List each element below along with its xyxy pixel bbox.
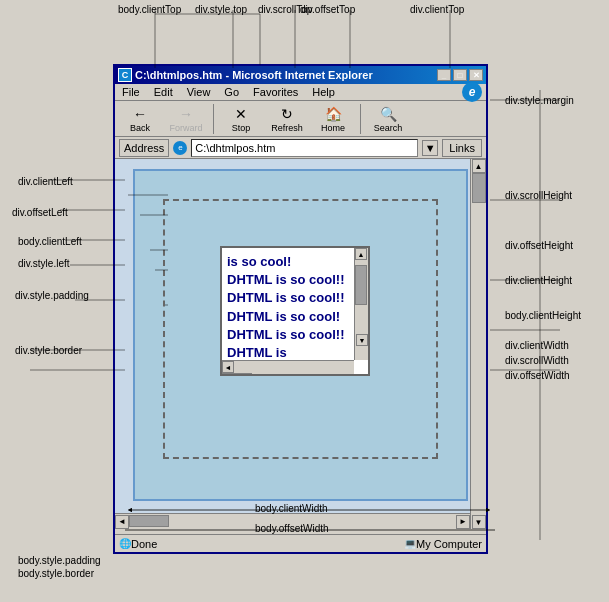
label-div-offset-top: div.offsetTop [300, 4, 355, 15]
label-body-client-left: body.clientLeft [18, 236, 82, 247]
outer-div-box: is so cool!DHTML is so cool!! DHTML is s… [133, 169, 468, 501]
toolbar: ← Back → Forward ✕ Stop ↻ Refresh 🏠 Home [115, 101, 486, 137]
links-button[interactable]: Links [442, 139, 482, 157]
label-body-client-top: body.clientTop [118, 4, 181, 15]
status-icon: 🌐 [119, 538, 131, 549]
address-bar: Address e C:\dhtmlpos.htm ▼ Links [115, 137, 486, 159]
home-icon: 🏠 [324, 105, 342, 123]
stop-icon: ✕ [232, 105, 250, 123]
inner-scroll-hthumb[interactable] [222, 373, 252, 376]
menu-bar: File Edit View Go Favorites Help e [115, 84, 486, 101]
menu-go[interactable]: Go [221, 85, 242, 99]
computer-icon: 💻 [404, 538, 416, 549]
inner-scroll-down[interactable]: ▼ [356, 334, 368, 346]
status-text: Done [131, 538, 157, 550]
menu-favorites[interactable]: Favorites [250, 85, 301, 99]
title-bar: C C:\dhtmlpos.htm - Microsoft Internet E… [115, 66, 486, 84]
label-body-offset-width: body.offsetWidth [255, 523, 329, 534]
menu-edit[interactable]: Edit [151, 85, 176, 99]
ie-logo: e [462, 82, 482, 102]
diagram-container: C C:\dhtmlpos.htm - Microsoft Internet E… [0, 0, 609, 602]
hscroll-thumb[interactable] [129, 515, 169, 527]
refresh-label: Refresh [271, 123, 303, 133]
window-title: C:\dhtmlpos.htm - Microsoft Internet Exp… [135, 69, 373, 81]
inner-scroll-div[interactable]: is so cool!DHTML is so cool!! DHTML is s… [220, 246, 370, 376]
label-div-offset-width: div.offsetWidth [505, 370, 570, 381]
label-body-style-padding: body.style.padding [18, 555, 101, 566]
inner-scroll-thumb[interactable] [355, 265, 367, 305]
label-div-style-left: div.style.left [18, 258, 70, 269]
label-div-client-width: div.clientWidth [505, 340, 569, 351]
ie-title-icon: C [118, 68, 132, 82]
label-div-style-margin: div.style.margin [505, 95, 574, 106]
ie-browser-window: C C:\dhtmlpos.htm - Microsoft Internet E… [113, 64, 488, 554]
back-label: Back [130, 123, 150, 133]
vscroll-down-arrow[interactable]: ▼ [472, 515, 486, 529]
status-bar: 🌐 Done 💻 My Computer [115, 534, 486, 552]
zone-text: My Computer [416, 538, 482, 550]
home-label: Home [321, 123, 345, 133]
search-label: Search [374, 123, 403, 133]
label-body-client-height: body.clientHeight [505, 310, 581, 321]
stop-label: Stop [232, 123, 251, 133]
content-text: is so cool!DHTML is so cool!! DHTML is s… [222, 248, 368, 367]
back-icon: ← [131, 105, 149, 123]
browser-content: is so cool!DHTML is so cool!! DHTML is s… [115, 159, 486, 529]
inner-vscrollbar[interactable]: ▲ ▼ [354, 248, 368, 360]
inner-hscrollbar[interactable]: ◄ ► [222, 360, 354, 374]
vscroll-up-arrow[interactable]: ▲ [472, 159, 486, 173]
minimize-button[interactable]: _ [437, 69, 451, 81]
toolbar-separator-2 [360, 104, 361, 134]
hscroll-right-arrow[interactable]: ► [456, 515, 470, 529]
close-button[interactable]: ✕ [469, 69, 483, 81]
hscroll-left-arrow[interactable]: ◄ [115, 515, 129, 529]
menu-view[interactable]: View [184, 85, 214, 99]
home-button[interactable]: 🏠 Home [312, 103, 354, 135]
window-controls[interactable]: _ □ ✕ [437, 69, 483, 81]
label-div-client-height: div.clientHeight [505, 275, 572, 286]
label-div-client-left: div.clientLeft [18, 176, 73, 187]
forward-label: Forward [169, 123, 202, 133]
label-div-scroll-height: div.scrollHeight [505, 190, 572, 201]
label-div-style-top: div.style.top [195, 4, 247, 15]
address-ie-icon: e [173, 141, 187, 155]
maximize-button[interactable]: □ [453, 69, 467, 81]
search-button[interactable]: 🔍 Search [367, 103, 409, 135]
menu-help[interactable]: Help [309, 85, 338, 99]
label-div-client-top-right: div.clientTop [410, 4, 464, 15]
label-div-style-border: div.style.border [15, 345, 82, 356]
title-bar-left: C C:\dhtmlpos.htm - Microsoft Internet E… [118, 68, 373, 82]
label-body-client-width: body.clientWidth [255, 503, 328, 514]
label-div-scroll-width: div.scrollWidth [505, 355, 569, 366]
search-icon: 🔍 [379, 105, 397, 123]
middle-div-box: is so cool!DHTML is so cool!! DHTML is s… [163, 199, 438, 459]
forward-icon: → [177, 105, 195, 123]
label-div-style-padding: div.style.padding [15, 290, 89, 301]
label-div-offset-height: div.offsetHeight [505, 240, 573, 251]
refresh-icon: ↻ [278, 105, 296, 123]
address-input[interactable]: C:\dhtmlpos.htm [191, 139, 418, 157]
browser-vscrollbar[interactable]: ▲ ▼ [470, 159, 486, 529]
back-button[interactable]: ← Back [119, 103, 161, 135]
label-body-style-border: body.style.border [18, 568, 94, 579]
vscroll-thumb[interactable] [472, 173, 486, 203]
menu-file[interactable]: File [119, 85, 143, 99]
forward-button[interactable]: → Forward [165, 103, 207, 135]
label-div-offset-left: div.offsetLeft [12, 207, 68, 218]
vscroll-track [472, 173, 486, 515]
inner-scroll-up[interactable]: ▲ [355, 248, 367, 260]
refresh-button[interactable]: ↻ Refresh [266, 103, 308, 135]
inner-scroll-left[interactable]: ◄ [222, 361, 234, 373]
toolbar-separator-1 [213, 104, 214, 134]
stop-button[interactable]: ✕ Stop [220, 103, 262, 135]
address-label: Address [119, 139, 169, 157]
address-dropdown-arrow[interactable]: ▼ [422, 140, 438, 156]
